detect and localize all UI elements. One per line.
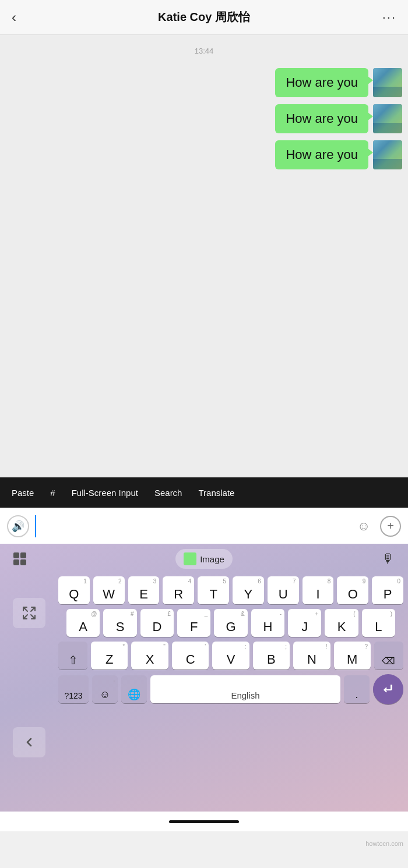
message-input[interactable] [35, 515, 347, 537]
chat-title: Katie Coy 周欣怡 [35, 9, 373, 25]
key-C[interactable]: 'C [172, 642, 209, 669]
key-J[interactable]: +J [288, 609, 321, 637]
toolbar-search[interactable]: Search [146, 483, 191, 502]
key-G[interactable]: &G [214, 609, 247, 637]
more-button[interactable]: ··· [373, 10, 396, 25]
key-Z[interactable]: *Z [91, 642, 128, 669]
mic-icon: 🎙 [382, 551, 395, 566]
key-row-3: ⇧ *Z "X 'C :V ;B !N ?M ⌫ [58, 642, 403, 669]
key-E[interactable]: 3E [128, 576, 160, 604]
period-key[interactable]: . [344, 675, 370, 703]
message-row: How are you [0, 137, 408, 173]
emoji-key[interactable]: ☺ , [92, 675, 118, 703]
key-B[interactable]: ;B [253, 642, 290, 669]
bottom-bar [0, 812, 408, 831]
voice-button[interactable]: 🔊 [7, 515, 29, 537]
shift-key[interactable]: ⇧ [58, 642, 87, 669]
toolbar: Paste # Full-Screen Input Search Transla… [0, 477, 408, 508]
key-O[interactable]: 9O [337, 576, 368, 604]
back-button[interactable]: ‹ [12, 9, 35, 26]
keyboard-left-sidebar [0, 544, 58, 812]
message-text: How are you [286, 147, 358, 162]
plus-icon: + [387, 519, 394, 533]
toolbar-paste[interactable]: Paste [3, 483, 42, 502]
backspace-key[interactable]: ⌫ [374, 642, 403, 669]
key-row-2: @A #S £D _F &G -H +J (K )L [58, 609, 403, 637]
key-K[interactable]: (K [325, 609, 358, 637]
keyboard-back-button[interactable] [13, 727, 45, 757]
keyboard-expand-arrows-button[interactable] [13, 598, 45, 628]
key-R[interactable]: 4R [163, 576, 194, 604]
header: ‹ Katie Coy 周欣怡 ··· [0, 0, 408, 35]
key-A[interactable]: @A [66, 609, 100, 637]
microphone-button[interactable]: 🎙 [375, 546, 401, 572]
key-M[interactable]: ?M [334, 642, 371, 669]
message-timestamp: 13:44 [0, 47, 408, 55]
voice-icon: 🔊 [12, 520, 24, 533]
key-L[interactable]: )L [362, 609, 395, 637]
message-bubble: How are you [275, 104, 368, 133]
key-S[interactable]: #S [103, 609, 136, 637]
key-Y[interactable]: 6Y [233, 576, 264, 604]
key-H[interactable]: -H [251, 609, 284, 637]
message-row: How are you [0, 101, 408, 137]
key-row-4: ?123 ☺ , 🌐 English . [58, 674, 403, 704]
key-row-1: 1Q 2W 3E 4R 5T 6Y 7U 8I 9O 0P [58, 576, 403, 604]
key-U[interactable]: 7U [268, 576, 299, 604]
key-Q[interactable]: 1Q [58, 576, 90, 604]
key-F[interactable]: _F [177, 609, 210, 637]
input-row: 🔊 ☺ + [0, 508, 408, 544]
image-button[interactable]: Image [175, 549, 233, 569]
key-X[interactable]: "X [131, 642, 168, 669]
image-icon [184, 552, 196, 565]
plus-button[interactable]: + [380, 516, 401, 537]
key-W[interactable]: 2W [93, 576, 125, 604]
return-key[interactable] [373, 674, 403, 704]
message-text: How are you [286, 75, 358, 90]
key-V[interactable]: :V [212, 642, 249, 669]
avatar [373, 104, 402, 133]
emoji-button[interactable]: ☺ [353, 516, 374, 537]
home-indicator [169, 820, 239, 823]
message-bubble: How are you [275, 68, 368, 97]
toolbar-fullscreen[interactable]: Full-Screen Input [64, 483, 146, 502]
key-N[interactable]: !N [293, 642, 330, 669]
globe-key[interactable]: 🌐 [121, 675, 147, 703]
message-row: How are you [0, 65, 408, 101]
key-I[interactable]: 8I [303, 576, 334, 604]
numbers-key[interactable]: ?123 [58, 675, 89, 703]
keyboard: Image 🎙 [0, 544, 408, 812]
watermark: howtocn.com [365, 840, 403, 847]
keyboard-topbar: Image 🎙 [0, 544, 408, 574]
key-T[interactable]: 5T [198, 576, 229, 604]
space-key[interactable]: English [150, 675, 340, 703]
message-text: How are you [286, 111, 358, 126]
emoji-icon: ☺ [357, 519, 370, 534]
avatar [373, 68, 402, 97]
key-D[interactable]: £D [140, 609, 174, 637]
avatar [373, 140, 402, 169]
key-P[interactable]: 0P [372, 576, 403, 604]
image-label: Image [200, 554, 224, 564]
message-bubble: How are you [275, 140, 368, 169]
toolbar-hash[interactable]: # [42, 483, 63, 502]
toolbar-translate[interactable]: Translate [190, 483, 242, 502]
chat-area: 13:44 How are you How are you How are yo… [0, 35, 408, 477]
keys-area: 1Q 2W 3E 4R 5T 6Y 7U 8I 9O 0P @A #S £D _… [58, 574, 408, 709]
